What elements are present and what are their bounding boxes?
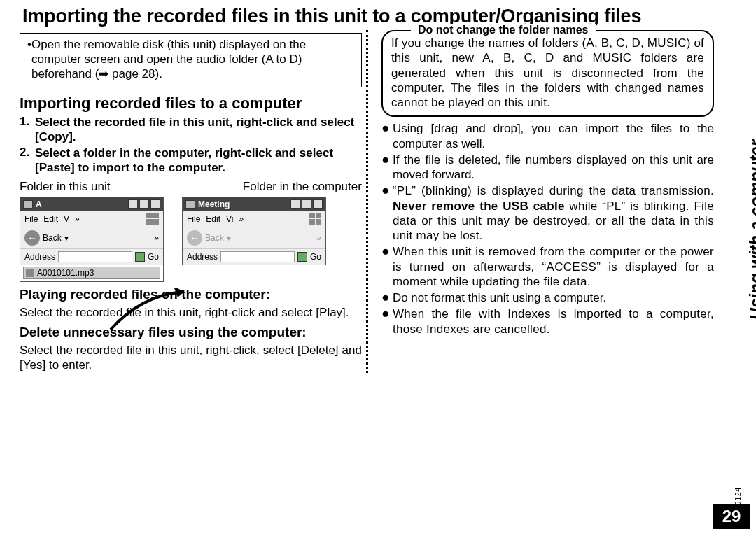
step-2-num: 2. — [20, 146, 35, 176]
note-line: Open the removable disk (this unit) disp… — [27, 38, 354, 81]
two-column-layout: Open the removable disk (this unit) disp… — [20, 30, 714, 373]
explorer-menu-bar: File Edit V » — [20, 211, 163, 227]
preparation-note-box: Open the removable disk (this unit) disp… — [20, 33, 362, 87]
close-icon — [313, 199, 323, 209]
explorer-toolbar: ← Back ▾ » — [183, 227, 326, 248]
caption-left: Folder in this unit — [20, 180, 110, 194]
explorer-title-bar: Meeting — [183, 197, 326, 211]
menu-file: File — [24, 214, 38, 224]
toolbar-more: » — [154, 233, 159, 243]
menu-file: File — [187, 214, 200, 224]
caption-right: Folder in the computer — [243, 180, 362, 194]
explorer-window-computer: Meeting File Edit Vi » — [182, 197, 326, 265]
manual-page: Importing the recorded files in this uni… — [0, 0, 756, 536]
step-2-text: Select a folder in the computer, right-c… — [35, 146, 362, 176]
para-delete: Select the recorded file in this unit, r… — [20, 343, 362, 373]
go-label: Go — [148, 252, 159, 262]
go-label: Go — [310, 252, 321, 262]
folder-icon — [186, 200, 195, 209]
menu-view: Vi — [226, 214, 233, 224]
warning-callout: Do not change the folder names If you ch… — [382, 30, 714, 117]
para-play: Select the recorded file in this unit, r… — [20, 305, 362, 320]
back-label: Back — [43, 233, 62, 243]
explorer-title-bar: A — [20, 197, 163, 211]
menu-more: » — [75, 214, 80, 224]
window-controls — [290, 199, 323, 209]
bullet-item: ●When the file with Indexes is imported … — [382, 306, 714, 337]
heading-import: Importing recorded files to a computer — [20, 94, 362, 113]
minimize-icon — [290, 199, 300, 209]
windows-logo-icon — [146, 213, 159, 225]
window-title-a: A — [36, 199, 42, 209]
back-dropdown-icon: ▾ — [64, 233, 69, 243]
explorer-windows-row: A File Edit V » — [20, 197, 362, 282]
menu-edit: Edit — [43, 214, 58, 224]
heading-delete: Delete unnecessary files using the compu… — [20, 324, 362, 340]
page-number-badge: 29 — [713, 504, 750, 529]
explorer-file-list: A0010101.mp3 — [20, 265, 163, 281]
back-button-icon: ← — [24, 230, 40, 246]
step-1-num: 1. — [20, 115, 35, 145]
folder-icon — [23, 200, 33, 209]
file-name: A0010101.mp3 — [37, 268, 94, 278]
bullet-item: ●If the file is deleted, file numbers di… — [382, 153, 714, 183]
column-divider-dotted — [366, 30, 368, 373]
page-title: Importing the recorded files in this uni… — [22, 6, 714, 27]
back-dropdown-icon: ▾ — [227, 233, 231, 243]
explorer-address-bar: Address Go — [20, 248, 163, 265]
address-input — [58, 251, 132, 262]
step-1-text: Select the recorded file in this unit, r… — [35, 115, 362, 145]
selected-file: A0010101.mp3 — [23, 267, 160, 279]
menu-more: » — [239, 214, 244, 224]
close-icon — [150, 199, 160, 209]
toolbar-more: » — [316, 233, 321, 243]
address-input — [220, 251, 295, 262]
window-captions: Folder in this unit Folder in the comput… — [20, 180, 362, 194]
minimize-icon — [128, 199, 138, 209]
maximize-icon — [302, 199, 312, 209]
back-button-icon: ← — [187, 230, 202, 246]
left-column: Open the removable disk (this unit) disp… — [20, 30, 362, 373]
bullet-item: ●“PL” (blinking) is displayed during the… — [382, 183, 714, 243]
window-title-meeting: Meeting — [198, 199, 230, 209]
back-label: Back — [205, 233, 224, 243]
menu-edit: Edit — [206, 214, 220, 224]
bulleted-notes: ●Using [drag and drop], you can import t… — [382, 121, 714, 337]
right-column: Do not change the folder names If you ch… — [372, 30, 714, 373]
maximize-icon — [139, 199, 149, 209]
bullet-item: ●Do not format this unit using a compute… — [382, 290, 714, 305]
section-tab-label: Using with a computer — [746, 140, 756, 320]
heading-play: Playing recorded files on the computer: — [20, 286, 362, 302]
bullet-item: ●Using [drag and drop], you can import t… — [382, 121, 714, 151]
callout-title: Do not change the folder names — [411, 24, 596, 36]
address-label: Address — [24, 252, 55, 262]
explorer-menu-bar: File Edit Vi » — [183, 211, 326, 227]
go-button-icon — [135, 252, 145, 262]
callout-body: If you change the names of folders (A, B… — [391, 36, 704, 110]
menu-view: V — [64, 214, 69, 224]
step-2: 2. Select a folder in the computer, righ… — [20, 146, 362, 176]
go-button-icon — [298, 252, 307, 262]
explorer-toolbar: ← Back ▾ » — [20, 227, 163, 248]
address-label: Address — [187, 252, 218, 262]
explorer-window-unit: A File Edit V » — [20, 197, 164, 282]
window-controls — [128, 199, 160, 209]
bullet-item: ●When this unit is removed from the comp… — [382, 244, 714, 289]
step-1: 1. Select the recorded file in this unit… — [20, 115, 362, 145]
windows-logo-icon — [309, 213, 321, 225]
explorer-address-bar: Address Go — [183, 248, 326, 265]
mp3-file-icon — [26, 269, 34, 277]
